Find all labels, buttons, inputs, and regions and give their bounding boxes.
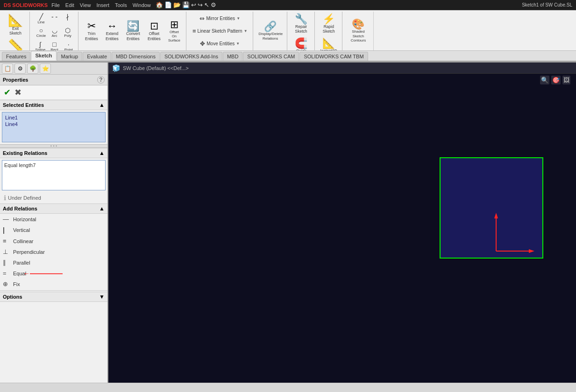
panel-tab-config[interactable]: ⚙ (14, 63, 26, 74)
rect-button[interactable]: □ Rect (48, 40, 61, 50)
instant2d-icon: 📐 (322, 38, 335, 49)
shaded-contours-button[interactable]: 🎨 ShadedSketchContours (346, 18, 370, 44)
status-row: ℹ Under Defined (0, 192, 107, 203)
centerline-button[interactable]: - - (48, 13, 60, 25)
trim-entities-button[interactable]: ✂ TrimEntities (82, 20, 101, 42)
menu-view[interactable]: View (80, 2, 91, 8)
equal-relation[interactable]: = Equal ←————— (0, 268, 107, 279)
settings-icon[interactable]: ⚙ (211, 1, 216, 8)
cancel-button[interactable]: ✖ (14, 87, 21, 98)
view-orient-icon[interactable]: 🎯 (551, 76, 561, 84)
arc-button[interactable]: ◡ Arc (48, 26, 60, 39)
quick-snaps-icon: 🧲 (295, 38, 307, 49)
viewport-toolbar: 🔍 🎯 🖼 (538, 74, 572, 86)
entity-line1: Line1 (4, 114, 103, 121)
display-delete-button[interactable]: 🔗 Display/DeleteRelations (257, 20, 284, 42)
tab-sw-cam[interactable]: SOLIDWORKS CAM (243, 52, 299, 61)
properties-header: Properties ? (0, 75, 107, 85)
options-header[interactable]: Options ▼ (0, 292, 107, 302)
existing-relations-box[interactable]: Equal length7 (2, 160, 106, 190)
move-dropdown-arrow: ▼ (236, 42, 240, 46)
display-style-icon[interactable]: 🖼 (562, 76, 570, 84)
point-button[interactable]: · Point (62, 40, 75, 50)
vertical-relation[interactable]: | Vertical (0, 224, 107, 236)
selected-entities-label: Selected Entities (3, 102, 44, 108)
menu-window[interactable]: Window (133, 2, 151, 8)
selected-entities-header[interactable]: Selected Entities ▲ (0, 100, 107, 110)
convert-entities-button[interactable]: 🔄 ConvertEntities (123, 20, 143, 42)
horizontal-relation[interactable]: — Horizontal (0, 214, 107, 224)
titlebar: DS SOLIDWORKS File Edit View Insert Tool… (0, 0, 576, 10)
new-icon[interactable]: 📄 (164, 1, 172, 8)
trim-group: ✂ TrimEntities ↔ ExtendEntities 🔄 Conver… (79, 12, 186, 50)
circle-icon: ○ (39, 27, 43, 34)
tab-sw-cam-tbm[interactable]: SOLIDWORKS CAM TBM (299, 52, 368, 61)
properties-help-icon[interactable]: ? (97, 76, 105, 84)
tab-addins[interactable]: SOLIDWORKS Add-Ins (160, 52, 222, 61)
panel-tab-properties[interactable]: 📋 (2, 63, 13, 74)
undo-icon[interactable]: ↩ (191, 1, 196, 8)
circle-button[interactable]: ○ Circle (35, 26, 47, 39)
offset-entities-button[interactable]: ⊡ OffsetEntities (144, 20, 164, 42)
extend-entities-button[interactable]: ↔ ExtendEntities (102, 20, 122, 42)
tab-markup[interactable]: Markup (57, 52, 83, 61)
fix-relation[interactable]: ⊕ Fix (0, 279, 107, 289)
tab-features[interactable]: Features (2, 52, 30, 61)
open-icon[interactable]: 📂 (173, 1, 181, 8)
quick-snaps-button[interactable]: 🧲 QuickSnaps (291, 37, 312, 50)
resize-handle[interactable]: • • • (0, 144, 107, 148)
midpoint-button[interactable]: ∤ (62, 13, 74, 25)
confirm-button[interactable]: ✔ (4, 87, 11, 98)
horizontal-label: Horizontal (13, 217, 36, 222)
existing-relations-header[interactable]: Existing Relations ▲ (0, 148, 107, 158)
viewport-title: SW Cube (Default) <<Def...> (123, 65, 189, 71)
menu-file[interactable]: File (51, 2, 60, 8)
menu-tools[interactable]: Tools (115, 2, 127, 8)
polygon-button[interactable]: ⬡ Poly (62, 26, 74, 39)
save-icon[interactable]: 💾 (182, 1, 190, 8)
menu-edit[interactable]: Edit (65, 2, 74, 8)
move-entities-button[interactable]: ✥ Move Entities ▼ (199, 40, 241, 48)
rapid-sketch-button[interactable]: ⚡ RapidSketch (319, 13, 339, 35)
panel-tab-tree[interactable]: 🌳 (27, 63, 38, 74)
panel-tabs: 📋 ⚙ 🌳 ⭐ (0, 63, 107, 75)
redo-icon[interactable]: ↪ (198, 1, 203, 8)
spline-button[interactable]: ∫ Spline (34, 40, 47, 50)
mirror-entities-button[interactable]: ⇔ Mirror Entities ▼ (198, 14, 242, 22)
tab-mbd[interactable]: MBD (223, 52, 242, 61)
collinear-relation[interactable]: ≡ Collinear (0, 236, 107, 246)
repair-icon: 🔧 (295, 14, 307, 24)
rapid-instant-group: ⚡ RapidSketch 📐 Instant2D (316, 12, 342, 50)
tab-mbd-dim[interactable]: MBD Dimensions (112, 52, 160, 61)
tab-evaluate[interactable]: Evaluate (83, 52, 111, 61)
shaded-icon: 🎨 (352, 19, 364, 29)
viewport-canvas (108, 74, 576, 383)
status-icon: ℹ (4, 194, 6, 202)
zoom-to-fit-icon[interactable]: 🔍 (540, 76, 549, 84)
repair-sketch-button[interactable]: 🔧 RepairSketch (291, 13, 312, 35)
repair-snaps-group: 🔧 RepairSketch 🧲 QuickSnaps (288, 12, 315, 50)
line-button[interactable]: ╱ Line (35, 13, 47, 25)
draw-tools-group: ╱ Line - - ∤ ○ Circle ◡ Arc (31, 12, 78, 50)
selected-entities-box[interactable]: Line1 Line4 (2, 112, 106, 142)
add-relations-header[interactable]: Add Relations ▲ (0, 203, 107, 214)
offset-icon: ⊡ (150, 21, 158, 31)
exit-sketch-button[interactable]: 📐 ExitSketch (5, 13, 26, 37)
parallel-label: Parallel (13, 260, 30, 266)
menu-insert[interactable]: Insert (96, 2, 109, 8)
smart-dimension-button[interactable]: 📏 SmartDimension (4, 38, 27, 50)
instant2d-button[interactable]: 📐 Instant2D (319, 37, 339, 50)
window-title: Sketch1 of SW Cube.SL (522, 2, 572, 7)
properties-title: Properties (3, 77, 28, 83)
parallel-relation[interactable]: ∥ Parallel (0, 257, 107, 268)
status-text: Under Defined (8, 195, 41, 201)
model-icon: 🧊 (112, 64, 120, 72)
display-delete-group: 🔗 Display/DeleteRelations (254, 12, 287, 50)
home-icon[interactable]: 🏠 (156, 1, 163, 8)
offset-surface-button[interactable]: ⊞ OffsetOnSurface (165, 18, 183, 44)
perpendicular-relation[interactable]: ⊥ Perpendicular (0, 246, 107, 257)
pointer-icon[interactable]: ↖ (204, 1, 209, 8)
tab-sketch[interactable]: Sketch (31, 51, 56, 61)
panel-tab-fav[interactable]: ⭐ (40, 63, 51, 74)
linear-pattern-button[interactable]: ≡ Linear Sketch Pattern ▼ (191, 27, 249, 35)
